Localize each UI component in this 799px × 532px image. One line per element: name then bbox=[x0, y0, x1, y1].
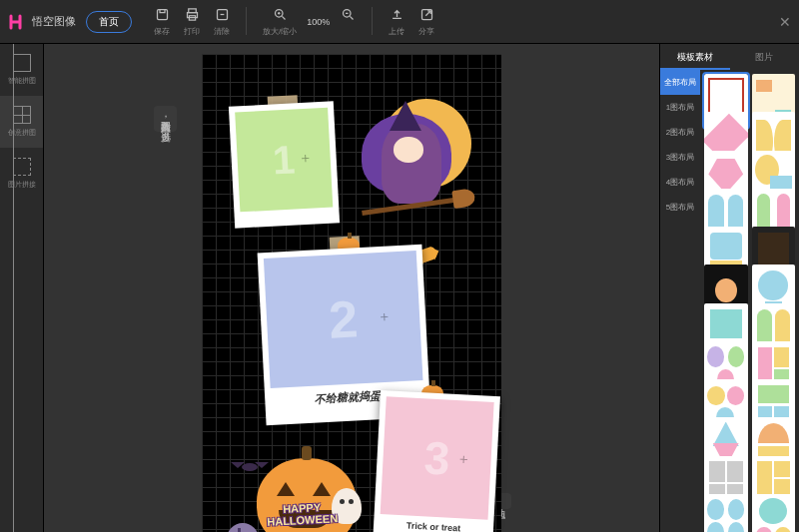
app-logo-icon bbox=[8, 13, 26, 31]
filter-5[interactable]: 5图布局 bbox=[660, 195, 700, 220]
right-panel: 模板素材 图片 全部布局 1图布局 2图布局 3图布局 4图布局 5图布局 bbox=[659, 44, 799, 532]
remove-button[interactable]: 清除 bbox=[210, 7, 234, 37]
design-canvas[interactable]: 1＋ 2＋ 不给糖就捣蛋 3＋ Trick or treat HAPPYHALL… bbox=[202, 54, 501, 532]
remove-icon bbox=[214, 7, 230, 23]
share-button[interactable]: 分享 bbox=[414, 7, 438, 37]
filter-4[interactable]: 4图布局 bbox=[660, 170, 700, 195]
save-icon bbox=[154, 7, 170, 23]
print-button[interactable]: 打印 bbox=[180, 7, 204, 37]
tab-templates[interactable]: 模板素材 bbox=[660, 44, 730, 70]
close-button[interactable]: ✕ bbox=[779, 14, 791, 30]
template-thumbnails bbox=[700, 70, 799, 532]
print-icon bbox=[184, 7, 200, 23]
svg-rect-0 bbox=[157, 10, 167, 20]
image-stitch-icon bbox=[13, 158, 31, 176]
save-button[interactable]: 保存 bbox=[150, 7, 174, 37]
filter-3[interactable]: 3图布局 bbox=[660, 145, 700, 170]
upload-icon bbox=[389, 7, 404, 23]
photo-frame-1[interactable]: 1＋ bbox=[229, 101, 340, 228]
sidebar-item-image-stitch[interactable]: 图片拼接 bbox=[0, 148, 43, 200]
add-icon: ＋ bbox=[456, 450, 471, 469]
template-thumb[interactable] bbox=[752, 494, 796, 532]
filter-1[interactable]: 1图布局 bbox=[660, 95, 700, 120]
layout-filter-list: 全部布局 1图布局 2图布局 3图布局 4图布局 5图布局 bbox=[660, 70, 700, 532]
photo-frame-3[interactable]: 3＋ Trick or treat bbox=[373, 390, 500, 532]
sidebar-item-smart-collage[interactable]: 智能拼图 bbox=[0, 44, 43, 96]
template-thumb[interactable] bbox=[704, 494, 748, 532]
sidebar-item-creative-collage[interactable]: 创意拼图 bbox=[0, 96, 43, 148]
zoom-out-button[interactable] bbox=[336, 7, 360, 23]
filter-all[interactable]: 全部布局 bbox=[660, 70, 700, 95]
app-title: 悟空图像 bbox=[32, 14, 76, 29]
add-icon: ＋ bbox=[378, 307, 393, 326]
filter-2[interactable]: 2图布局 bbox=[660, 120, 700, 145]
hint-insert-image: 双击插入图片，可多选 bbox=[154, 106, 177, 132]
smart-collage-icon bbox=[13, 54, 31, 72]
left-sidebar: 智能拼图 创意拼图 图片拼接 bbox=[0, 44, 44, 532]
witch-illustration bbox=[342, 99, 461, 239]
zoom-in-button[interactable]: 放大/缩小 bbox=[259, 7, 301, 37]
top-toolbar: 悟空图像 首页 保存 打印 清除 放大/缩小 100% 上传 bbox=[0, 0, 799, 44]
zoom-out-icon bbox=[340, 7, 356, 23]
tab-images[interactable]: 图片 bbox=[730, 44, 800, 70]
home-button[interactable]: 首页 bbox=[86, 11, 132, 33]
frame-3-caption: Trick or treat bbox=[380, 519, 487, 532]
creative-collage-icon bbox=[13, 106, 31, 124]
canvas-area: 双击插入图片，可多选 拖动 1＋ 2＋ 不给糖就捣蛋 3＋ Trick or t… bbox=[44, 44, 659, 532]
zoom-value: 100% bbox=[307, 17, 330, 27]
upload-button[interactable]: 上传 bbox=[385, 7, 408, 37]
share-icon bbox=[418, 7, 434, 23]
halloween-illustration: HAPPYHALLOWEEN bbox=[212, 433, 382, 532]
add-icon: ＋ bbox=[298, 150, 313, 169]
zoom-in-icon bbox=[272, 7, 288, 23]
